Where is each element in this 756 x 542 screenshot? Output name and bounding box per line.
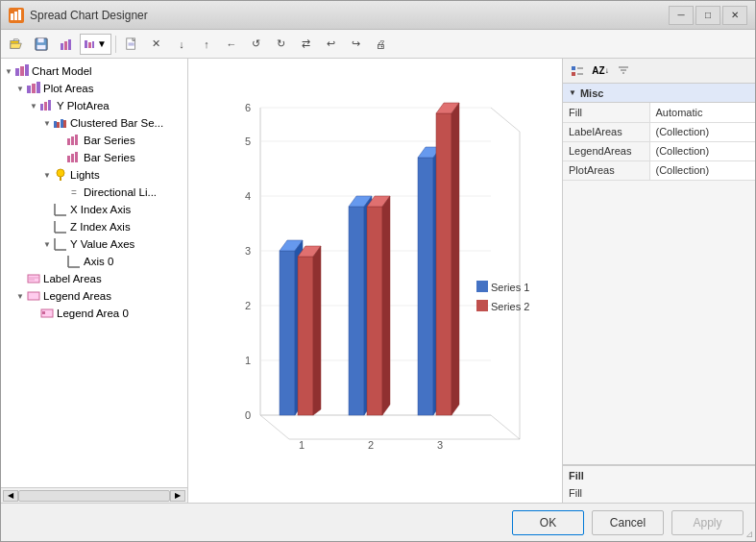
props-row[interactable]: PlotAreas(Collection) [563, 160, 755, 180]
label-areas-icon [26, 271, 41, 286]
scroll-track[interactable] [18, 490, 170, 502]
toggle-y-value-axes[interactable]: ▼ [41, 238, 53, 250]
props-row[interactable]: FillAutomatic [563, 103, 755, 122]
props-content: ▼ Misc FillAutomaticLabelAreas(Collectio… [563, 84, 755, 464]
y-plot-area-icon [39, 98, 55, 113]
toggle-bar-series-2: ▶ [55, 152, 66, 163]
toggle-plot-areas[interactable]: ▼ [14, 83, 26, 94]
svg-rect-81 [367, 207, 382, 415]
toggle-z-axis: ▶ [41, 221, 53, 233]
resize-grip: ⊿ [745, 529, 753, 539]
svg-text:Series 1: Series 1 [491, 282, 529, 293]
tree-item-axis-0[interactable]: ▶ Axis 0 [1, 253, 187, 270]
collapse-button[interactable]: ↻ [270, 34, 293, 55]
tree-item-y-plot-area[interactable]: ▼ Y PlotArea [1, 97, 187, 114]
tree-item-legend-areas[interactable]: ▼ Legend Areas [1, 287, 187, 305]
tree-label-legend-area-0: Legend Area 0 [57, 308, 129, 319]
undo-button[interactable]: ↩ [320, 34, 343, 55]
svg-rect-75 [298, 257, 313, 415]
tree-item-chart-model[interactable]: ▼ Chart Model [1, 62, 187, 80]
svg-rect-12 [92, 41, 94, 48]
expand-button[interactable]: ↺ [245, 34, 268, 55]
svg-rect-87 [436, 113, 451, 415]
tree-item-x-index-axis[interactable]: ▶ X Index Axis [1, 201, 187, 218]
svg-point-35 [57, 169, 64, 177]
tree-item-plot-areas[interactable]: ▼ Plot Areas [1, 80, 187, 97]
svg-text:1: 1 [298, 439, 304, 451]
directional-icon: = [66, 185, 82, 200]
chart-model-icon [14, 63, 30, 79]
tree-item-clustered-bar[interactable]: ▼ Clustered Bar Se... [1, 114, 187, 132]
tree-container[interactable]: ▼ Chart Model ▼ [1, 59, 187, 487]
cancel-button[interactable]: Cancel [592, 510, 664, 535]
scroll-right[interactable]: ▶ [170, 490, 185, 502]
svg-rect-6 [37, 44, 46, 48]
open-button[interactable] [5, 34, 28, 55]
props-row[interactable]: LabelAreas(Collection) [563, 122, 755, 141]
svg-text:1: 1 [244, 355, 250, 366]
tree-item-legend-area-0[interactable]: ▶ Legend Area 0 [1, 305, 187, 322]
svg-rect-84 [418, 158, 433, 415]
svg-rect-20 [32, 84, 36, 93]
window-controls: ─ □ ✕ [669, 6, 747, 25]
svg-rect-72 [280, 251, 295, 415]
toggle-bar-series-1: ▶ [55, 135, 66, 146]
chart-button[interactable] [55, 34, 78, 55]
toggle-y-plot-area[interactable]: ▼ [28, 100, 39, 111]
tree-label-legend-areas: Legend Areas [43, 290, 111, 302]
prop-name: PlotAreas [563, 160, 649, 180]
tree-item-lights[interactable]: ▼ Lights [1, 166, 187, 184]
tree-label-chart-model: Chart Model [32, 65, 92, 77]
section-label: Misc [580, 87, 603, 99]
toggle-legend-areas[interactable]: ▼ [14, 290, 26, 302]
svg-rect-78 [349, 207, 364, 415]
chart-type-dropdown[interactable]: ▼ [80, 34, 111, 55]
svg-rect-27 [61, 119, 63, 128]
delete-button[interactable]: ✕ [145, 34, 168, 55]
props-sort-btn[interactable]: AZ ↓ [590, 62, 611, 81]
redo-button[interactable]: ↪ [345, 34, 368, 55]
apply-button[interactable]: Apply [671, 510, 744, 535]
tree-item-y-value-axes[interactable]: ▼ Y Value Axes [1, 235, 187, 253]
tree-label-axis-0: Axis 0 [84, 256, 113, 267]
prop-value[interactable]: (Collection) [649, 122, 755, 141]
props-row[interactable]: LegendAreas(Collection) [563, 141, 755, 160]
move-up-button[interactable]: ↑ [195, 34, 218, 55]
svg-line-60 [260, 415, 289, 439]
prop-value[interactable]: (Collection) [649, 141, 755, 160]
svg-rect-18 [25, 64, 29, 76]
svg-rect-34 [75, 152, 78, 162]
save-button[interactable] [30, 34, 53, 55]
scroll-left[interactable]: ◀ [3, 490, 18, 502]
maximize-button[interactable]: □ [695, 6, 720, 25]
props-filter-btn[interactable] [613, 62, 634, 81]
tree-label-directional: Directional Li... [84, 186, 157, 198]
move-down-button[interactable]: ↓ [170, 34, 193, 55]
props-section-misc[interactable]: ▼ Misc [563, 84, 755, 103]
svg-rect-1 [14, 12, 17, 20]
close-button[interactable]: ✕ [722, 6, 747, 25]
toggle-lights[interactable]: ▼ [41, 169, 53, 181]
svg-rect-17 [20, 66, 24, 76]
legend-area-0-icon [39, 306, 55, 321]
expand2-button[interactable]: ⇄ [295, 34, 318, 55]
props-category-btn[interactable] [567, 62, 588, 81]
toggle-chart-model[interactable]: ▼ [3, 65, 14, 77]
tree-item-z-index-axis[interactable]: ▶ Z Index Axis [1, 218, 187, 235]
tree-item-bar-series-2[interactable]: ▶ Bar Series [1, 149, 187, 166]
prop-value[interactable]: (Collection) [649, 160, 755, 180]
toggle-clustered-bar[interactable]: ▼ [41, 117, 53, 129]
move-left-button[interactable]: ← [220, 34, 243, 55]
print-button[interactable]: 🖨 [370, 34, 393, 55]
tree-item-bar-series-1[interactable]: ▶ Bar Series [1, 132, 187, 149]
new-button[interactable] [120, 34, 143, 55]
svg-rect-0 [11, 13, 13, 20]
prop-value[interactable]: Automatic [649, 103, 755, 122]
horizontal-scrollbar[interactable]: ◀ ▶ [1, 487, 187, 503]
minimize-button[interactable]: ─ [669, 6, 694, 25]
svg-rect-16 [15, 68, 19, 76]
tree-item-directional[interactable]: ▶ = Directional Li... [1, 184, 187, 201]
ok-button[interactable]: OK [512, 510, 584, 535]
svg-rect-10 [85, 40, 87, 48]
tree-item-label-areas[interactable]: ▶ Label Areas [1, 270, 187, 287]
